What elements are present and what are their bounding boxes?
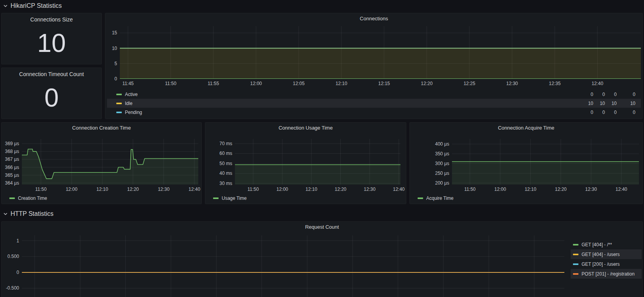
x-axis-tick-label: 11:45	[118, 81, 138, 86]
acquire-plot-area[interactable]	[452, 139, 639, 185]
series-color-swatch-icon	[573, 273, 578, 275]
stat-value: 10	[2, 23, 101, 62]
x-axis-tick-label: 11:50	[244, 187, 263, 192]
y-axis-tick-label: 70 ms	[207, 141, 232, 146]
section-header-http[interactable]: HTTP Statistics	[3, 210, 53, 218]
x-axis-tick-label: 12:00	[246, 81, 266, 86]
legend-item-get-404[interactable]: GET [404] - /**	[571, 240, 642, 249]
y-axis-tick-label: -0.500	[3, 285, 19, 291]
x-axis-tick-label: 12:10	[332, 81, 351, 86]
y-axis-tick-label: 5	[110, 61, 117, 66]
legend-item-acquire-time[interactable]: Acquire Time	[418, 194, 457, 202]
panel-title[interactable]: Request Count	[2, 222, 642, 232]
y-axis-tick-label: 30 ms	[207, 181, 232, 186]
x-axis-tick-label: 12:15	[374, 81, 394, 86]
y-axis-tick-label: 0.500	[3, 254, 19, 259]
stat-value: 0	[2, 78, 101, 117]
x-axis-tick-label: 12:30	[502, 81, 522, 86]
y-axis-tick-label: 0	[3, 270, 19, 275]
usage-time-chart: 70 ms60 ms50 ms40 ms30 ms11:5012:0012:10…	[207, 139, 400, 193]
panel-connection-acquire-time: Connection Acquire Time 400 µs350 µs300 …	[409, 122, 643, 204]
x-axis-tick-label: 12:30	[581, 187, 601, 192]
legend-value: 0	[580, 92, 593, 97]
y-axis-tick-label: 40 ms	[207, 171, 232, 176]
panel-title[interactable]: Connections Size	[2, 16, 101, 23]
chevron-down-icon	[3, 4, 8, 8]
legend-item-active[interactable]: Active0000	[107, 90, 641, 99]
legend-value: 0	[617, 92, 635, 97]
legend-value: 10	[593, 101, 605, 106]
legend-item-get-404-users[interactable]: GET [404] - /users	[571, 249, 642, 259]
legend-value: 0	[605, 110, 617, 115]
legend-item-creation-time[interactable]: Creation Time	[9, 194, 50, 202]
legend-label: POST [201] - /registration	[582, 271, 635, 277]
creation-time-legend: Creation Time	[9, 194, 50, 202]
y-axis-tick-label: 350 µs	[411, 151, 449, 157]
x-axis-tick-label: 12:20	[123, 187, 143, 192]
x-axis-tick-label: 11:50	[31, 187, 51, 192]
x-axis-tick-label: 11:55	[204, 81, 223, 86]
section-header-hikaricp[interactable]: HikariCP Statistics	[3, 2, 62, 10]
legend-value: 10	[617, 101, 635, 106]
series-color-swatch-icon	[418, 197, 423, 199]
acquire-time-legend: Acquire Time	[418, 194, 457, 202]
y-axis-tick-label: 369 µs	[3, 141, 19, 146]
legend-label: Idle	[125, 101, 132, 106]
legend-label: Usage Time	[222, 196, 247, 201]
connections-legend: Active0000Idle10101010Pending0000	[107, 90, 641, 117]
panel-title[interactable]: Connection Usage Time	[205, 123, 406, 133]
panel-title[interactable]: Connection Acquire Time	[410, 123, 642, 133]
requests-plot-area[interactable]	[22, 235, 564, 297]
legend-item-pending[interactable]: Pending0000	[107, 108, 641, 117]
series-fill	[235, 165, 400, 185]
legend-value: 0	[593, 92, 605, 97]
usage-time-legend: Usage Time	[213, 194, 250, 202]
legend-label: Acquire Time	[426, 196, 454, 201]
request-count-legend: GET [404] - /**GET [404] - /usersGET [20…	[571, 240, 642, 279]
panel-title[interactable]: Connection Timeout Count	[2, 71, 101, 77]
y-axis-tick-label: 250 µs	[411, 171, 449, 176]
creation-plot-area[interactable]	[22, 139, 198, 185]
legend-value: 10	[605, 101, 617, 106]
series-color-swatch-icon	[213, 197, 219, 199]
series-color-swatch-icon	[116, 103, 122, 104]
panel-connections: Connections 15105011:4511:5011:5512:0012…	[105, 13, 643, 119]
series-color-swatch-icon	[573, 263, 578, 265]
creation-time-chart: 369 µs368 µs367 µs366 µs365 µs364 µs11:5…	[3, 139, 198, 193]
x-axis-tick-label: 12:40	[185, 187, 202, 192]
usage-plot-area[interactable]	[235, 139, 400, 185]
x-axis-tick-label: 12:30	[360, 187, 379, 192]
series-color-swatch-icon	[573, 244, 578, 245]
section-title: HTTP Statistics	[11, 210, 53, 217]
y-axis-tick-label: 15	[110, 30, 117, 36]
y-axis-tick-label: 1	[3, 238, 19, 244]
series-color-swatch-icon	[573, 254, 578, 255]
x-axis-tick-label: 12:40	[389, 187, 406, 192]
y-axis-tick-label: 10	[110, 46, 117, 51]
x-axis-tick-label: 12:20	[331, 187, 350, 192]
x-axis-tick-label: 12:10	[93, 187, 112, 192]
legend-item-post-201-registration[interactable]: POST [201] - /registration	[571, 269, 642, 279]
panel-title[interactable]: Connections	[105, 13, 642, 23]
series-fill	[22, 149, 198, 185]
panel-connection-timeout-count: Connection Timeout Count 0	[1, 68, 102, 119]
legend-value: 10	[580, 101, 593, 106]
legend-label: GET [200] - /users	[582, 261, 620, 267]
y-axis-tick-label: 367 µs	[3, 157, 19, 162]
panel-title[interactable]: Connection Creation Time	[2, 123, 201, 133]
legend-label: GET [404] - /users	[582, 252, 620, 257]
legend-item-usage-time[interactable]: Usage Time	[213, 194, 250, 202]
connections-chart: 15105011:4511:5011:5512:0012:0512:1012:1…	[110, 26, 641, 87]
legend-item-get-200-users[interactable]: GET [200] - /users	[571, 259, 642, 269]
legend-item-idle[interactable]: Idle10101010	[107, 99, 641, 108]
y-axis-tick-label: 366 µs	[3, 165, 19, 170]
y-axis-tick-label: 368 µs	[3, 149, 19, 154]
section-title: HikariCP Statistics	[11, 2, 62, 9]
x-axis-tick-label: 12:00	[62, 187, 81, 192]
legend-value: 0	[580, 110, 593, 115]
request-count-chart: 10.5000-0.500	[3, 235, 564, 297]
y-axis-tick-label: 364 µs	[3, 180, 19, 186]
series-fill	[120, 48, 641, 79]
legend-label: Creation Time	[18, 196, 47, 201]
connections-plot-area[interactable]	[120, 26, 641, 79]
